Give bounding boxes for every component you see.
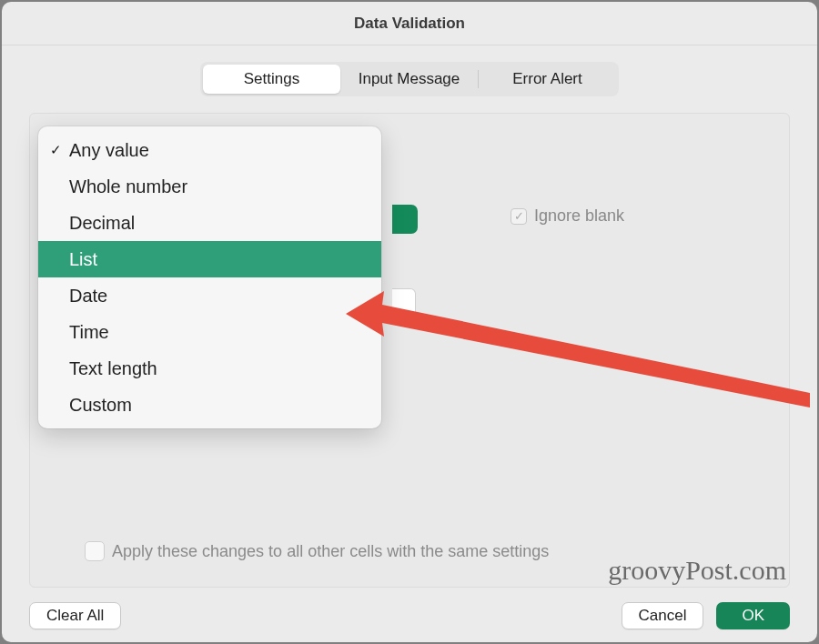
checkmark-icon: ✓ (47, 140, 64, 161)
ignore-blank-label: Ignore blank (534, 206, 624, 226)
dialog-title: Data Validation (354, 15, 465, 33)
dropdown-item-decimal[interactable]: Decimal (38, 205, 381, 241)
dropdown-item-time[interactable]: Time (38, 314, 381, 350)
dropdown-item-custom[interactable]: Custom (38, 387, 381, 423)
dropdown-item-label: Text length (69, 355, 157, 382)
cancel-button[interactable]: Cancel (622, 602, 704, 629)
dialog-button-row: Clear All Cancel OK (29, 602, 790, 629)
tab-error-alert-label: Error Alert (512, 70, 582, 87)
dropdown-item-text-length[interactable]: Text length (38, 350, 381, 387)
ok-button[interactable]: OK (716, 602, 790, 629)
dropdown-item-label: Date (69, 282, 107, 309)
tab-error-alert[interactable]: Error Alert (479, 65, 616, 94)
ok-button-label: OK (742, 607, 764, 624)
watermark-text: groovyPost.com (608, 555, 786, 586)
tab-input-message-label: Input Message (359, 70, 460, 87)
dialog-content: Settings Input Message Error Alert Valid… (2, 45, 817, 642)
clear-all-button[interactable]: Clear All (29, 602, 121, 629)
tab-input-message[interactable]: Input Message (340, 65, 478, 94)
dropdown-item-label: Time (69, 318, 109, 346)
dropdown-item-any-value[interactable]: ✓ Any value (38, 132, 381, 168)
clear-all-button-label: Clear All (46, 607, 104, 624)
dropdown-item-label: Custom (69, 391, 132, 418)
tab-settings[interactable]: Settings (203, 65, 340, 94)
dropdown-item-label: Whole number (69, 173, 187, 200)
dropdown-item-label: List (69, 246, 97, 273)
apply-changes-label: Apply these changes to all other cells w… (112, 542, 549, 561)
tab-settings-label: Settings (244, 70, 299, 87)
dropdown-item-label: Any value (69, 136, 149, 164)
dropdown-item-label: Decimal (69, 209, 135, 236)
apply-changes-checkbox[interactable] (85, 541, 105, 561)
dropdown-item-list[interactable]: List (38, 241, 381, 277)
dropdown-item-date[interactable]: Date (38, 277, 381, 314)
dialog-window: Data Validation Settings Input Message E… (2, 2, 817, 642)
dropdown-item-whole-number[interactable]: Whole number (38, 168, 381, 205)
allow-remnant-button (392, 205, 418, 234)
allow-dropdown-menu[interactable]: ✓ Any value Whole number Decimal List Da… (38, 126, 381, 428)
dialog-titlebar: Data Validation (2, 2, 817, 45)
tab-bar: Settings Input Message Error Alert (200, 62, 619, 96)
ignore-blank-option: ✓ Ignore blank (511, 206, 624, 226)
cancel-button-label: Cancel (639, 607, 687, 624)
checkmark-icon: ✓ (511, 208, 527, 225)
field-remnant-box (392, 288, 416, 317)
apply-changes-option[interactable]: Apply these changes to all other cells w… (85, 541, 549, 561)
